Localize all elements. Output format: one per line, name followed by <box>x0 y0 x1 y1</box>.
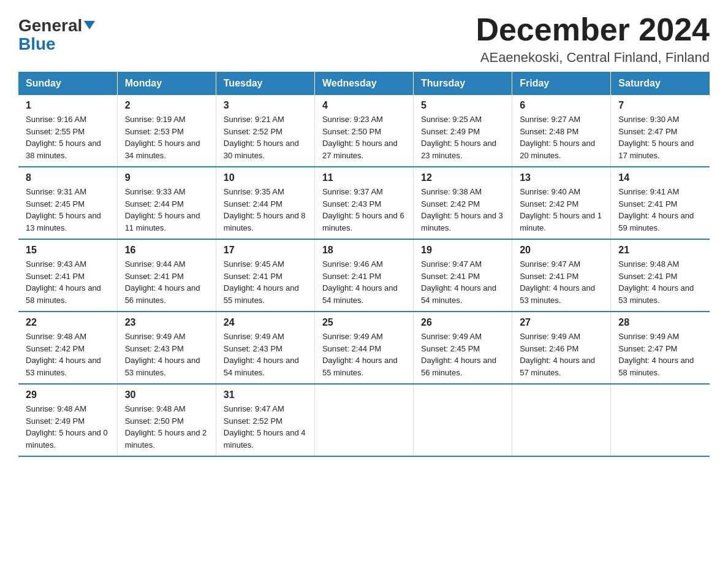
day-info: Sunrise: 9:41 AM Sunset: 2:41 PM Dayligh… <box>618 186 702 234</box>
calendar-day-17: 17 Sunrise: 9:45 AM Sunset: 2:41 PM Dayl… <box>216 239 314 312</box>
day-info: Sunrise: 9:48 AM Sunset: 2:42 PM Dayligh… <box>26 331 110 378</box>
day-number: 30 <box>125 389 208 400</box>
day-number: 15 <box>26 245 110 256</box>
day-info: Sunrise: 9:44 AM Sunset: 2:41 PM Dayligh… <box>125 258 208 306</box>
day-number: 19 <box>421 245 504 256</box>
day-number: 20 <box>520 245 603 256</box>
logo: General Blue <box>18 12 95 54</box>
day-number: 16 <box>125 245 208 256</box>
empty-cell <box>512 384 611 456</box>
day-info: Sunrise: 9:49 AM Sunset: 2:43 PM Dayligh… <box>125 331 208 378</box>
day-number: 11 <box>322 172 406 183</box>
calendar-day-19: 19 Sunrise: 9:47 AM Sunset: 2:41 PM Dayl… <box>414 239 512 312</box>
day-number: 13 <box>520 172 603 183</box>
calendar-day-20: 20 Sunrise: 9:47 AM Sunset: 2:41 PM Dayl… <box>512 239 611 312</box>
day-info: Sunrise: 9:47 AM Sunset: 2:41 PM Dayligh… <box>421 258 504 306</box>
day-info: Sunrise: 9:49 AM Sunset: 2:43 PM Dayligh… <box>224 331 307 378</box>
day-info: Sunrise: 9:25 AM Sunset: 2:49 PM Dayligh… <box>421 113 504 161</box>
day-info: Sunrise: 9:35 AM Sunset: 2:44 PM Dayligh… <box>224 186 307 234</box>
day-number: 21 <box>618 245 702 256</box>
day-info: Sunrise: 9:37 AM Sunset: 2:43 PM Dayligh… <box>322 186 406 234</box>
calendar-day-1: 1 Sunrise: 9:16 AM Sunset: 2:55 PM Dayli… <box>18 95 117 167</box>
calendar-day-3: 3 Sunrise: 9:21 AM Sunset: 2:52 PM Dayli… <box>216 95 314 167</box>
weekday-header-thursday: Thursday <box>414 72 512 95</box>
day-info: Sunrise: 9:30 AM Sunset: 2:47 PM Dayligh… <box>618 113 702 161</box>
day-number: 23 <box>125 317 208 328</box>
calendar-day-13: 13 Sunrise: 9:40 AM Sunset: 2:42 PM Dayl… <box>512 167 611 239</box>
day-number: 3 <box>224 100 307 111</box>
calendar-day-21: 21 Sunrise: 9:48 AM Sunset: 2:41 PM Dayl… <box>611 239 710 312</box>
day-number: 26 <box>421 317 504 328</box>
calendar-day-7: 7 Sunrise: 9:30 AM Sunset: 2:47 PM Dayli… <box>611 95 710 167</box>
calendar-week-2: 8 Sunrise: 9:31 AM Sunset: 2:45 PM Dayli… <box>18 167 710 239</box>
calendar-day-24: 24 Sunrise: 9:49 AM Sunset: 2:43 PM Dayl… <box>216 312 314 384</box>
weekday-header-wednesday: Wednesday <box>314 72 413 95</box>
calendar-day-8: 8 Sunrise: 9:31 AM Sunset: 2:45 PM Dayli… <box>18 167 117 239</box>
weekday-header-saturday: Saturday <box>611 72 710 95</box>
calendar-week-3: 15 Sunrise: 9:43 AM Sunset: 2:41 PM Dayl… <box>18 239 710 312</box>
empty-cell <box>414 384 512 456</box>
weekday-header-row: SundayMondayTuesdayWednesdayThursdayFrid… <box>18 72 710 95</box>
day-number: 9 <box>125 172 208 183</box>
calendar-day-26: 26 Sunrise: 9:49 AM Sunset: 2:45 PM Dayl… <box>414 312 512 384</box>
calendar-day-27: 27 Sunrise: 9:49 AM Sunset: 2:46 PM Dayl… <box>512 312 611 384</box>
day-number: 28 <box>618 317 702 328</box>
weekday-header-friday: Friday <box>512 72 611 95</box>
day-number: 22 <box>26 317 110 328</box>
day-number: 31 <box>224 389 307 400</box>
day-info: Sunrise: 9:19 AM Sunset: 2:53 PM Dayligh… <box>125 113 208 161</box>
day-info: Sunrise: 9:27 AM Sunset: 2:48 PM Dayligh… <box>520 113 603 161</box>
calendar-day-22: 22 Sunrise: 9:48 AM Sunset: 2:42 PM Dayl… <box>18 312 117 384</box>
day-info: Sunrise: 9:49 AM Sunset: 2:45 PM Dayligh… <box>421 331 504 378</box>
day-number: 12 <box>421 172 504 183</box>
day-info: Sunrise: 9:38 AM Sunset: 2:42 PM Dayligh… <box>421 186 504 234</box>
day-info: Sunrise: 9:48 AM Sunset: 2:50 PM Dayligh… <box>125 403 208 451</box>
calendar-day-25: 25 Sunrise: 9:49 AM Sunset: 2:44 PM Dayl… <box>314 312 413 384</box>
day-info: Sunrise: 9:23 AM Sunset: 2:50 PM Dayligh… <box>322 113 406 161</box>
day-info: Sunrise: 9:49 AM Sunset: 2:44 PM Dayligh… <box>322 331 406 378</box>
day-info: Sunrise: 9:16 AM Sunset: 2:55 PM Dayligh… <box>26 113 110 161</box>
day-number: 10 <box>224 172 307 183</box>
day-number: 7 <box>618 100 702 111</box>
day-info: Sunrise: 9:33 AM Sunset: 2:44 PM Dayligh… <box>125 186 208 234</box>
calendar-day-14: 14 Sunrise: 9:41 AM Sunset: 2:41 PM Dayl… <box>611 167 710 239</box>
day-info: Sunrise: 9:31 AM Sunset: 2:45 PM Dayligh… <box>26 186 110 234</box>
calendar-day-28: 28 Sunrise: 9:49 AM Sunset: 2:47 PM Dayl… <box>611 312 710 384</box>
day-number: 14 <box>618 172 702 183</box>
day-number: 2 <box>125 100 208 111</box>
calendar-day-16: 16 Sunrise: 9:44 AM Sunset: 2:41 PM Dayl… <box>117 239 216 312</box>
day-number: 1 <box>26 100 110 111</box>
calendar-day-18: 18 Sunrise: 9:46 AM Sunset: 2:41 PM Dayl… <box>314 239 413 312</box>
day-number: 24 <box>224 317 307 328</box>
day-info: Sunrise: 9:47 AM Sunset: 2:41 PM Dayligh… <box>520 258 603 306</box>
weekday-header-tuesday: Tuesday <box>216 72 314 95</box>
calendar-week-1: 1 Sunrise: 9:16 AM Sunset: 2:55 PM Dayli… <box>18 95 710 167</box>
calendar-day-30: 30 Sunrise: 9:48 AM Sunset: 2:50 PM Dayl… <box>117 384 216 456</box>
calendar-week-5: 29 Sunrise: 9:48 AM Sunset: 2:49 PM Dayl… <box>18 384 710 456</box>
calendar-title: December 2024 <box>476 12 710 47</box>
calendar-day-10: 10 Sunrise: 9:35 AM Sunset: 2:44 PM Dayl… <box>216 167 314 239</box>
calendar-day-2: 2 Sunrise: 9:19 AM Sunset: 2:53 PM Dayli… <box>117 95 216 167</box>
logo-blue-text: Blue <box>18 34 56 54</box>
weekday-header-monday: Monday <box>117 72 216 95</box>
calendar-day-29: 29 Sunrise: 9:48 AM Sunset: 2:49 PM Dayl… <box>18 384 117 456</box>
empty-cell <box>314 384 413 456</box>
calendar-day-15: 15 Sunrise: 9:43 AM Sunset: 2:41 PM Dayl… <box>18 239 117 312</box>
day-info: Sunrise: 9:48 AM Sunset: 2:41 PM Dayligh… <box>618 258 702 306</box>
day-number: 17 <box>224 245 307 256</box>
calendar-day-23: 23 Sunrise: 9:49 AM Sunset: 2:43 PM Dayl… <box>117 312 216 384</box>
day-number: 25 <box>322 317 406 328</box>
day-number: 18 <box>322 245 406 256</box>
calendar-day-11: 11 Sunrise: 9:37 AM Sunset: 2:43 PM Dayl… <box>314 167 413 239</box>
day-info: Sunrise: 9:43 AM Sunset: 2:41 PM Dayligh… <box>26 258 110 306</box>
day-info: Sunrise: 9:47 AM Sunset: 2:52 PM Dayligh… <box>224 403 307 451</box>
logo-triangle-icon <box>84 21 95 29</box>
calendar-day-6: 6 Sunrise: 9:27 AM Sunset: 2:48 PM Dayli… <box>512 95 611 167</box>
day-number: 4 <box>322 100 406 111</box>
day-info: Sunrise: 9:40 AM Sunset: 2:42 PM Dayligh… <box>520 186 603 234</box>
calendar-table: SundayMondayTuesdayWednesdayThursdayFrid… <box>18 72 710 457</box>
empty-cell <box>611 384 710 456</box>
logo-general-text: General <box>18 17 82 34</box>
day-info: Sunrise: 9:49 AM Sunset: 2:47 PM Dayligh… <box>618 331 702 378</box>
weekday-header-sunday: Sunday <box>18 72 117 95</box>
